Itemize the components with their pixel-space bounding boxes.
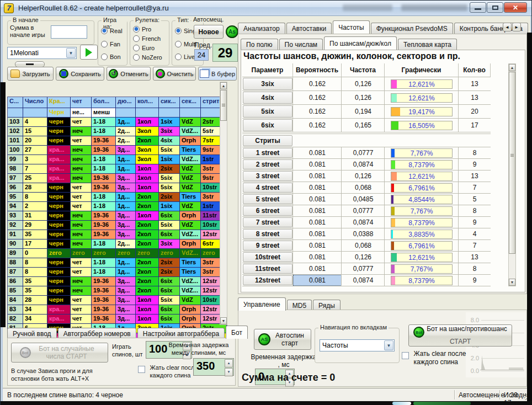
table-cell[interactable]: неч [71,211,92,221]
table-cell[interactable]: черн [47,258,71,268]
table-cell[interactable]: 6six [159,286,180,296]
freq-freq-cell[interactable]: 0,0485 [342,194,385,205]
freq-param-cell[interactable]: 1 street [243,148,292,158]
load-button[interactable]: Загрузить [7,67,54,81]
tab-control[interactable]: Управление [238,297,286,311]
table-cell[interactable]: неч [71,127,92,136]
table-cell[interactable]: VdZ... [180,155,201,164]
table-cell[interactable]: zero [47,249,71,258]
freq-graph-cell[interactable]: 7,767% [385,263,459,274]
freq-prob-cell[interactable]: 0.081 [293,159,342,170]
table-cell[interactable]: 2д... [116,239,136,249]
row-index-cell[interactable]: 98 [8,164,23,174]
table-cell[interactable]: zero [71,249,92,258]
table-cell[interactable]: 19-36 [92,286,116,296]
table-cell[interactable]: неч [71,174,92,183]
table-cell[interactable]: сик... [159,97,180,108]
table-cell[interactable]: 8 [23,268,47,277]
table-cell[interactable]: 2кол [136,258,159,268]
nav-combobox[interactable]: Частоты ▼ [320,339,395,351]
table-cell[interactable]: 34 [23,315,47,324]
freq-count-cell[interactable]: 8 [459,263,491,274]
freq-count-cell[interactable]: 9 [459,275,491,286]
table-cell[interactable]: 3д... [116,221,136,230]
table-cell[interactable]: черн [47,239,71,249]
row-index-cell[interactable]: 83 [8,305,23,315]
table-cell[interactable]: 3д... [116,277,136,286]
table-cell[interactable]: неч [71,230,92,239]
row-index-cell[interactable]: 97 [8,174,23,183]
tab-analyzer[interactable]: Анализатор [238,23,285,34]
table-cell[interactable]: кра... [47,164,71,174]
table-cell[interactable]: 1кол [136,164,159,174]
table-cell[interactable]: VdZ [180,221,201,230]
table-cell[interactable] [159,108,180,118]
table-cell[interactable]: zero [159,249,180,258]
table-cell[interactable]: кол... [136,97,159,108]
row-index-cell[interactable]: 96 [8,183,23,193]
table-cell[interactable]: 4six [159,136,180,146]
row-index-cell[interactable]: 103 [8,118,23,127]
freq-graph-cell[interactable]: 8,7379% [385,159,459,170]
table-cell[interactable]: 2кол [136,277,159,286]
freq-graph-cell[interactable]: 6,7961% [385,182,459,193]
table-cell[interactable]: менш [92,108,116,118]
freq-param-cell[interactable]: 3six [243,78,292,90]
table-cell[interactable]: черн [47,193,71,202]
row-index-cell[interactable]: 95 [8,193,23,202]
table-cell[interactable]: 6six [159,277,180,286]
table-cell[interactable]: 35 [23,277,47,286]
title-bar[interactable]: 7 HelperRoullet 8.62 - create helperroul… [1,1,531,16]
freq-header[interactable]: Кол-во [459,63,491,77]
table-cell[interactable]: Orph [180,239,201,249]
freq-header[interactable]: Вероятность [293,63,342,77]
table-cell[interactable]: 2 [23,202,47,211]
table-cell[interactable]: VdZ [180,296,201,305]
scroll-up-icon[interactable]: ▲ [220,82,227,89]
freq-param-cell[interactable]: 11street [243,264,292,274]
freq-count-cell[interactable]: 9 [459,217,491,228]
subtab-heatmap[interactable]: Тепловая карта [398,39,457,50]
table-cell[interactable]: 15 [23,127,47,136]
table-cell[interactable]: не... [71,108,92,118]
freq-graph-cell[interactable]: 8,7379% [385,217,459,228]
freq-freq-cell[interactable]: 0,126 [342,77,385,90]
table-cell[interactable]: 1-18 [92,127,116,136]
table-cell[interactable]: 34 [23,305,47,315]
table-cell[interactable]: 19-36 [92,315,116,324]
history-scrollbar[interactable]: ▲ ▼ [220,82,227,325]
freq-count-cell[interactable]: 9 [459,159,491,170]
table-cell[interactable]: 2кол [136,286,159,296]
table-cell[interactable]: Tiers [180,258,201,268]
table-cell[interactable]: 1-18 [92,193,116,202]
freq-param-cell[interactable]: 12street [243,275,292,285]
table-cell[interactable]: чет [71,118,92,127]
freq-prob-cell[interactable]: 0.081 [293,217,342,228]
table-cell[interactable]: Tiers [180,193,201,202]
freq-prob-cell[interactable]: 0.162 [293,91,342,104]
table-cell[interactable]: черн [47,221,71,230]
table-cell[interactable]: zero [116,249,136,258]
table-cell[interactable]: 17 [23,239,47,249]
freq-count-cell[interactable]: 13 [459,77,491,90]
freq-param-cell[interactable]: 9 street [243,241,292,251]
table-cell[interactable]: 29 [23,221,47,230]
freq-table[interactable]: ПараметрВероятностьЧастотаГрафическиКол-… [242,63,506,290]
table-cell[interactable]: 1кол [136,211,159,221]
freq-freq-cell[interactable]: 0,0874 [342,217,385,228]
row-index-cell[interactable]: 93 [8,211,23,221]
table-cell[interactable]: чет [71,136,92,146]
freq-graph-cell[interactable]: 6,7961% [385,240,459,251]
freq-param-cell[interactable]: 8 street [243,229,292,239]
freq-prob-cell[interactable]: 0.081 [293,263,342,274]
freq-freq-cell[interactable]: 0,0874 [342,159,385,170]
autospin-start-button[interactable]: AS Автоспин старт [254,329,311,350]
freq-count-cell[interactable]: 7 [459,240,491,251]
radio-nozero[interactable]: NoZero [133,54,162,61]
table-cell[interactable]: 19-36 [92,183,116,193]
tab-manual-input[interactable]: Ручной ввод [7,328,57,339]
table-cell[interactable]: 5six [159,174,180,183]
freq-header[interactable]: Графически [385,63,459,77]
freq-freq-cell[interactable]: 0,068 [342,182,385,193]
table-cell[interactable]: 2кол [136,136,159,146]
